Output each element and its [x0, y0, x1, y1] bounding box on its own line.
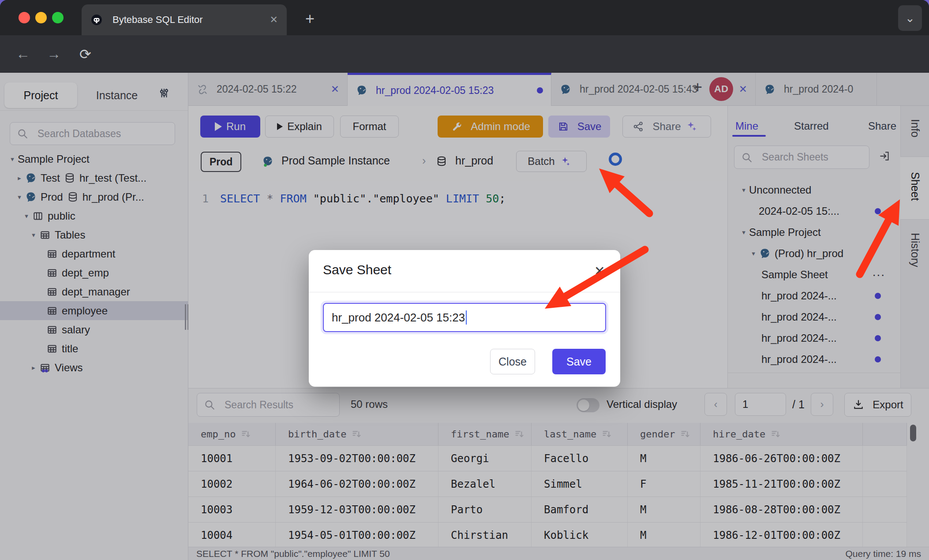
window-minimize-button[interactable]	[35, 12, 47, 23]
tab-project[interactable]: Project	[4, 82, 77, 108]
search-results-input[interactable]: Search Results	[197, 393, 340, 417]
save-button[interactable]: Save	[548, 116, 610, 138]
table-row[interactable]: 100021964-06-02T00:00:00ZBezalelSimmelF1…	[188, 471, 907, 497]
sheet-item[interactable]: ▾(Prod) hr_prod	[728, 243, 900, 264]
active-tab-underline	[732, 135, 766, 137]
tab-mine[interactable]: Mine	[735, 120, 758, 132]
caret-right-icon[interactable]: ▸	[14, 174, 25, 182]
dialog-close-button[interactable]: Close	[490, 349, 535, 374]
tab-close-icon[interactable]: ✕	[270, 14, 278, 26]
tab-search-button[interactable]: ⌄	[898, 5, 922, 31]
export-button[interactable]: Export	[844, 393, 911, 417]
close-icon[interactable]: ✕	[594, 263, 605, 279]
column-header-emp_no[interactable]: emp_no	[188, 423, 276, 445]
search-sheets-input[interactable]: Search Sheets	[734, 146, 869, 169]
sort-icon[interactable]	[351, 428, 363, 441]
caret-down-icon[interactable]: ▾	[28, 231, 39, 239]
sort-icon[interactable]	[513, 428, 526, 441]
column-header-birth_date[interactable]: birth_date	[276, 423, 438, 445]
import-sheet-icon[interactable]	[879, 150, 891, 162]
more-menu-icon[interactable]: ...	[873, 265, 885, 279]
sheet-item[interactable]: hr_prod 2024-...	[728, 285, 900, 306]
column-header-hire_date[interactable]: hire_date	[700, 423, 863, 445]
search-databases-input[interactable]: Search Databases	[10, 122, 175, 145]
sort-icon[interactable]	[679, 428, 692, 441]
table-row[interactable]: 100011953-09-02T00:00:00ZGeorgiFacelloM1…	[188, 446, 907, 471]
table-row[interactable]: 100041954-05-01T00:00:00ZChirstianKoblic…	[188, 523, 907, 548]
admin-mode-button[interactable]: Admin mode	[438, 116, 543, 138]
column-header-gender[interactable]: gender	[628, 423, 700, 445]
sheet-item[interactable]: 2024-02-05 15:...	[728, 201, 900, 222]
sheet-item[interactable]: hr_prod 2024-...	[728, 349, 900, 370]
instance-name[interactable]: Prod Sample Instance	[281, 154, 390, 167]
tree-item-Tables[interactable]: ▾Tables	[0, 225, 188, 244]
tree-item-Views[interactable]: ▸Views	[0, 358, 188, 377]
page-number-input[interactable]	[735, 393, 786, 416]
caret-down-icon[interactable]: ▾	[748, 250, 759, 258]
sort-icon[interactable]	[601, 428, 613, 441]
refresh-icon[interactable]: ⟳	[79, 46, 91, 63]
browser-tab[interactable]: Bytebase SQL Editor ✕	[82, 4, 287, 35]
side-tab-history[interactable]: History	[909, 233, 922, 267]
tree-item-Prod[interactable]: ▾Prodhr_prod (Pr...	[0, 187, 188, 206]
caret-down-icon[interactable]: ▾	[738, 228, 749, 236]
caret-down-icon[interactable]: ▾	[21, 212, 32, 220]
sort-icon[interactable]	[240, 428, 252, 441]
tab-instance[interactable]: Instance	[84, 82, 150, 108]
tree-item-employee[interactable]: employee	[0, 301, 188, 320]
prev-page-button[interactable]: ‹	[704, 393, 727, 416]
filter-sliders-icon[interactable]	[158, 87, 170, 99]
format-button[interactable]: Format	[340, 116, 399, 138]
sheet-tab-4[interactable]: hr_prod 2024-0	[756, 73, 877, 106]
forward-icon[interactable]: →	[47, 46, 61, 62]
side-tab-sheet[interactable]: Sheet	[909, 172, 922, 201]
editor-tab-strip: 2024-02-05 15:22✕hr_prod 2024-02-05 15:2…	[188, 73, 929, 106]
explain-button[interactable]: Explain	[265, 116, 334, 138]
caret-down-icon[interactable]: ▾	[7, 155, 18, 163]
new-tab-button[interactable]: +	[305, 10, 315, 28]
tree-item-salary[interactable]: salary	[0, 320, 188, 339]
sheet-tab-1[interactable]: 2024-02-05 15:22✕	[188, 73, 348, 106]
tree-item-Test[interactable]: ▸Testhr_test (Test...	[0, 168, 188, 187]
tab-share[interactable]: Share	[868, 120, 896, 132]
caret-down-icon[interactable]: ▾	[738, 186, 749, 194]
run-button[interactable]: Run	[200, 116, 260, 138]
sync-ring-icon[interactable]	[609, 153, 622, 166]
close-icon[interactable]: ✕	[331, 83, 339, 95]
tab-starred[interactable]: Starred	[794, 120, 829, 132]
avatar[interactable]: AD	[709, 77, 733, 101]
back-icon[interactable]: ←	[16, 46, 30, 62]
caret-down-icon[interactable]: ▾	[14, 193, 25, 201]
dialog-save-button[interactable]: Save	[552, 349, 606, 374]
sheet-name-input[interactable]: hr_prod 2024-02-05 15:23	[323, 303, 606, 332]
sheet-item[interactable]: hr_prod 2024-...	[728, 306, 900, 328]
batch-button[interactable]: Batch	[516, 151, 587, 172]
sheet-item[interactable]: hr_prod 2024-...	[728, 328, 900, 349]
postgres-icon	[759, 247, 771, 260]
vertical-display-toggle[interactable]	[577, 398, 599, 412]
database-name[interactable]: hr_prod	[455, 154, 493, 167]
sheet-tab-2[interactable]: hr_prod 2024-02-05 15:23	[348, 73, 551, 106]
tree-item-Sample Project[interactable]: ▾Sample Project	[0, 149, 188, 168]
tree-item-dept_emp[interactable]: dept_emp	[0, 263, 188, 282]
column-header-last_name[interactable]: last_name	[532, 423, 628, 445]
window-zoom-button[interactable]	[52, 12, 64, 23]
caret-right-icon[interactable]: ▸	[28, 364, 39, 372]
sheet-item[interactable]: Sample Sheet...	[728, 264, 900, 285]
new-sheet-tab-button[interactable]: +	[693, 78, 702, 97]
tree-item-title[interactable]: title	[0, 339, 188, 358]
sheet-item[interactable]: ▾Sample Project	[728, 222, 900, 243]
next-page-button[interactable]: ›	[811, 393, 833, 416]
side-tab-info[interactable]: Info	[909, 119, 922, 138]
tree-item-dept_manager[interactable]: dept_manager	[0, 282, 188, 301]
close-icon[interactable]: ✕	[739, 83, 747, 95]
window-close-button[interactable]	[19, 12, 30, 23]
column-header-first_name[interactable]: first_name	[438, 423, 532, 445]
results-scrollbar[interactable]	[910, 425, 916, 441]
tree-item-department[interactable]: department	[0, 244, 188, 263]
share-button[interactable]: Share	[622, 116, 711, 138]
table-row[interactable]: 100031959-12-03T00:00:00ZPartoBamfordM19…	[188, 497, 907, 523]
tree-item-public[interactable]: ▾public	[0, 206, 188, 225]
sheet-item[interactable]: ▾Unconnected	[728, 179, 900, 201]
sort-icon[interactable]	[770, 428, 782, 441]
